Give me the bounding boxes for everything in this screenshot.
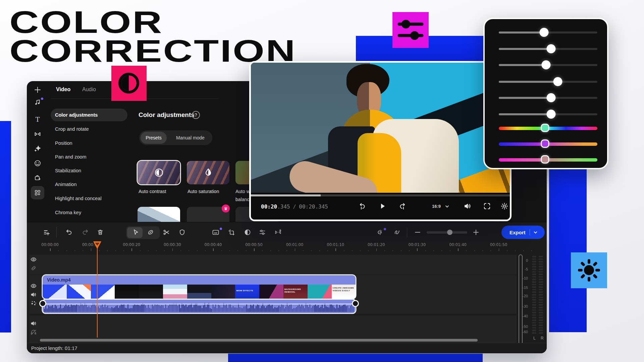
music-icon[interactable] <box>34 99 41 106</box>
captions-icon[interactable]: cc <box>212 229 219 236</box>
skip-back-icon[interactable] <box>358 202 366 210</box>
slider-thumb[interactable] <box>541 124 549 132</box>
preset-auto-saturation[interactable] <box>187 161 229 184</box>
audio-waveform-clip[interactable] <box>43 300 356 313</box>
menu-item[interactable]: Position <box>51 137 127 149</box>
tab-audio[interactable]: Audio <box>82 86 96 93</box>
hue-slider[interactable] <box>499 127 597 130</box>
doodle-icon[interactable] <box>393 229 401 236</box>
adjustment-slider[interactable] <box>499 48 597 50</box>
gain-handle-right[interactable] <box>352 300 359 307</box>
gain-handle-left[interactable] <box>39 300 46 307</box>
menu-item[interactable]: Pan and zoom <box>51 150 127 163</box>
preset-auto-contrast[interactable] <box>138 161 180 184</box>
tint-slider[interactable] <box>499 158 597 162</box>
track-row-empty[interactable] <box>30 255 517 275</box>
transitions-icon[interactable] <box>34 130 41 138</box>
chevron-down-icon[interactable] <box>445 204 449 209</box>
filmstrip-frame <box>308 285 332 299</box>
filmstrip-frame <box>139 285 163 299</box>
adjustment-slider[interactable] <box>499 32 597 34</box>
help-icon[interactable]: ? <box>192 111 200 119</box>
menu-item[interactable]: Color adjustments <box>51 109 127 121</box>
menu-item[interactable]: Chroma key <box>51 206 127 219</box>
transition-add-icon[interactable] <box>274 229 282 236</box>
redo-icon[interactable] <box>82 229 89 236</box>
volume-icon[interactable] <box>464 202 472 210</box>
crop-icon[interactable] <box>228 229 235 236</box>
ruler-label: 00:01:00 <box>286 242 304 247</box>
plus-icon[interactable] <box>34 86 41 94</box>
razor-tool-icon[interactable] <box>147 229 154 236</box>
templates-icon[interactable] <box>34 189 41 196</box>
eye-icon[interactable] <box>30 256 37 263</box>
effects-icon[interactable] <box>34 144 41 152</box>
speaker-icon[interactable] <box>30 320 37 327</box>
preset-label: Auto contrast <box>139 188 166 196</box>
headphones-off-icon[interactable] <box>30 329 37 336</box>
zoom-slider-thumb[interactable] <box>447 230 452 235</box>
adjustment-slider[interactable] <box>499 64 597 66</box>
link-icon[interactable] <box>30 265 37 272</box>
captions-badge-dot <box>220 228 222 230</box>
tab-video[interactable]: Video <box>56 86 70 93</box>
menu-item[interactable]: Animation <box>51 178 127 191</box>
text-icon[interactable]: T <box>34 116 41 123</box>
menu-item[interactable]: Highlight and conceal <box>51 192 127 205</box>
preview-progress-bar[interactable] <box>251 194 510 196</box>
adjustment-slider[interactable] <box>499 113 597 115</box>
current-time: 00:20 <box>261 203 277 210</box>
slider-thumb[interactable] <box>541 155 549 164</box>
menu-item[interactable]: Crop and rotate <box>51 123 127 135</box>
zoom-out-icon[interactable] <box>414 229 421 236</box>
pointer-tool-icon[interactable] <box>132 229 140 236</box>
toolbar-divider <box>56 227 57 238</box>
zoom-in-icon[interactable] <box>472 229 480 236</box>
shield-icon[interactable] <box>178 229 186 236</box>
color-adjust-icon[interactable] <box>244 229 251 236</box>
mode-manual[interactable]: Manual mode <box>171 130 210 145</box>
audio-split-icon[interactable] <box>376 229 384 236</box>
chevron-down-icon[interactable] <box>533 230 538 235</box>
filmstrip-frame <box>91 285 115 299</box>
filters-icon[interactable] <box>259 229 266 236</box>
music-badge-dot <box>41 98 43 100</box>
menu-item[interactable]: Stabilization <box>51 164 127 177</box>
contrast-accent-square <box>111 66 147 101</box>
gain-line[interactable] <box>43 304 356 304</box>
speaker-icon[interactable] <box>30 291 37 298</box>
audio-split-badge-dot <box>384 228 386 230</box>
page: COLOR CORRECTION T <box>0 0 644 362</box>
timeline-section: cc Export <box>27 222 547 353</box>
slider-thumb <box>546 110 555 119</box>
scissors-icon[interactable] <box>163 229 170 236</box>
adjustment-slider[interactable] <box>499 97 597 99</box>
headline: COLOR CORRECTION <box>9 7 227 66</box>
vertical-scrollbar[interactable] <box>519 254 523 349</box>
eye-icon[interactable] <box>30 283 37 289</box>
adjustment-slider[interactable] <box>499 81 597 83</box>
slider-thumb[interactable] <box>541 139 549 148</box>
add-to-timeline-icon[interactable] <box>43 229 50 236</box>
fullscreen-icon[interactable] <box>483 202 491 210</box>
play-icon[interactable] <box>378 202 386 210</box>
temp-slider[interactable] <box>499 142 597 146</box>
zoom-slider[interactable] <box>427 231 467 234</box>
export-button[interactable]: Export <box>501 226 545 239</box>
delete-icon[interactable] <box>97 229 104 236</box>
video-frame[interactable] <box>251 63 510 193</box>
stickers-icon[interactable] <box>34 160 41 167</box>
undo-icon[interactable] <box>65 229 73 236</box>
fx-icon[interactable] <box>30 300 37 307</box>
preset-label: Auto saturation <box>187 188 219 196</box>
settings-gear-icon[interactable] <box>500 202 508 210</box>
aspect-ratio-label[interactable]: 16:9 <box>432 204 441 209</box>
slider-thumb <box>540 28 549 37</box>
brightness-accent-square <box>571 252 607 288</box>
mode-presets[interactable]: Presets <box>141 132 167 144</box>
video-clip[interactable]: Video.mp4 WOW EFFECTSBACKGROUND REMOVALC… <box>43 275 356 299</box>
brand-icon[interactable] <box>34 174 41 181</box>
skip-forward-icon[interactable] <box>398 202 407 210</box>
filmstrip-frame <box>187 285 211 299</box>
horizontal-scrollbar[interactable] <box>40 339 478 342</box>
